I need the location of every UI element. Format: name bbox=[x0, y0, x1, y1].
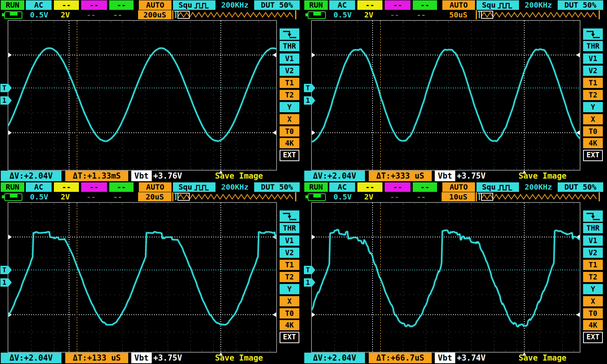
menu-slot-yellow[interactable]: -- bbox=[357, 182, 382, 192]
menu2-slot-magenta[interactable]: -- bbox=[386, 192, 403, 201]
sidebar-button-v2[interactable]: V2 bbox=[583, 248, 603, 258]
menu-slot-magenta[interactable]: -- bbox=[385, 182, 410, 192]
menu2-slot-green[interactable]: -- bbox=[413, 192, 429, 201]
sidebar-button-t2[interactable]: T2 bbox=[583, 90, 603, 100]
siggen-type-button[interactable]: Squ bbox=[476, 182, 519, 192]
sidebar-button-y[interactable]: Y bbox=[280, 284, 299, 294]
menu-slot-green[interactable]: -- bbox=[109, 0, 134, 10]
menu-slot-magenta[interactable]: -- bbox=[81, 0, 107, 10]
siggen-duty[interactable]: DUT 50% bbox=[558, 182, 603, 192]
sidebar-button-thr[interactable]: THR bbox=[583, 223, 603, 233]
trigger-mode-button[interactable]: AUTO bbox=[139, 0, 171, 10]
sidebar-button-v1[interactable]: V1 bbox=[280, 53, 299, 64]
trigger-mode-button[interactable]: AUTO bbox=[442, 182, 475, 192]
siggen-duty[interactable]: DUT 50% bbox=[254, 0, 300, 10]
sidebar-button-t0[interactable]: T0 bbox=[280, 126, 299, 136]
volts-per-div[interactable]: 0.5V bbox=[329, 10, 357, 19]
save-image-button[interactable]: Save Image bbox=[508, 353, 577, 363]
sidebar-button-t2[interactable]: T2 bbox=[280, 272, 299, 282]
sidebar-button-x[interactable]: X bbox=[280, 296, 299, 306]
sidebar-button-v2[interactable]: V2 bbox=[280, 66, 299, 76]
timebase[interactable]: 50uS bbox=[442, 10, 475, 19]
sidebar-button-4k[interactable]: 4K bbox=[583, 320, 603, 330]
menu-slot-magenta[interactable]: -- bbox=[385, 0, 410, 10]
run-state-button[interactable]: RUN bbox=[1, 182, 24, 192]
menu-slot-green[interactable]: -- bbox=[413, 0, 437, 10]
sidebar-button-thr[interactable]: THR bbox=[280, 223, 299, 233]
probe-attenuation[interactable]: 2V bbox=[57, 10, 74, 19]
sidebar-button-v2[interactable]: V2 bbox=[583, 66, 603, 76]
siggen-frequency[interactable]: 200KHz bbox=[217, 0, 253, 10]
probe-attenuation[interactable]: 2V bbox=[360, 192, 377, 201]
trigger-slope-button[interactable] bbox=[280, 28, 299, 40]
sidebar-button-y[interactable]: Y bbox=[280, 102, 299, 112]
menu-slot-green[interactable]: -- bbox=[109, 182, 134, 192]
volts-per-div[interactable]: 0.5V bbox=[25, 10, 53, 19]
menu2-slot-green[interactable]: -- bbox=[413, 10, 429, 19]
sidebar-button-ext[interactable]: EXT bbox=[583, 150, 603, 161]
sidebar-button-v1[interactable]: V1 bbox=[280, 235, 299, 246]
save-image-button[interactable]: Save Image bbox=[508, 171, 577, 181]
menu2-slot-magenta[interactable]: -- bbox=[83, 192, 99, 201]
sidebar-button-t0[interactable]: T0 bbox=[583, 126, 603, 136]
run-state-button[interactable]: RUN bbox=[304, 182, 328, 192]
sidebar-button-t0[interactable]: T0 bbox=[583, 308, 603, 318]
save-image-button[interactable]: Save Image bbox=[205, 353, 273, 363]
menu2-slot-green[interactable]: -- bbox=[109, 10, 126, 19]
sidebar-button-ext[interactable]: EXT bbox=[280, 150, 299, 161]
sidebar-button-t1[interactable]: T1 bbox=[583, 78, 603, 88]
timebase[interactable]: 20uS bbox=[138, 192, 171, 201]
timebase[interactable]: 200uS bbox=[138, 10, 171, 19]
sidebar-button-t2[interactable]: T2 bbox=[280, 90, 299, 100]
sidebar-button-t0[interactable]: T0 bbox=[280, 308, 299, 318]
trigger-slope-button[interactable] bbox=[280, 210, 299, 222]
siggen-type-button[interactable]: Squ bbox=[173, 182, 215, 192]
menu-slot-yellow[interactable]: -- bbox=[54, 0, 79, 10]
siggen-frequency[interactable]: 200KHz bbox=[217, 182, 253, 192]
save-image-button[interactable]: Save Image bbox=[205, 171, 273, 181]
volts-per-div[interactable]: 0.5V bbox=[25, 192, 53, 201]
sidebar-button-thr[interactable]: THR bbox=[583, 41, 603, 51]
sidebar-button-v2[interactable]: V2 bbox=[280, 248, 299, 258]
sidebar-button-t2[interactable]: T2 bbox=[583, 272, 603, 282]
coupling-mode-button[interactable]: AC bbox=[329, 182, 355, 192]
coupling-mode-button[interactable]: AC bbox=[26, 182, 52, 192]
menu-slot-green[interactable]: -- bbox=[413, 182, 437, 192]
trigger-slope-button[interactable] bbox=[583, 28, 603, 40]
menu-slot-yellow[interactable]: -- bbox=[357, 0, 382, 10]
coupling-mode-button[interactable]: AC bbox=[329, 0, 355, 10]
trigger-mode-button[interactable]: AUTO bbox=[139, 182, 171, 192]
menu2-slot-magenta[interactable]: -- bbox=[83, 10, 99, 19]
sidebar-button-t1[interactable]: T1 bbox=[280, 78, 299, 88]
menu-slot-magenta[interactable]: -- bbox=[81, 182, 107, 192]
siggen-type-button[interactable]: Squ bbox=[173, 0, 215, 10]
sidebar-button-t1[interactable]: T1 bbox=[280, 260, 299, 270]
trigger-mode-button[interactable]: AUTO bbox=[442, 0, 475, 10]
siggen-type-button[interactable]: Squ bbox=[476, 0, 519, 10]
siggen-duty[interactable]: DUT 50% bbox=[558, 0, 603, 10]
sidebar-button-y[interactable]: Y bbox=[583, 284, 603, 294]
siggen-frequency[interactable]: 200KHz bbox=[521, 0, 556, 10]
sidebar-button-ext[interactable]: EXT bbox=[583, 332, 603, 343]
run-state-button[interactable]: RUN bbox=[1, 0, 24, 10]
probe-attenuation[interactable]: 2V bbox=[57, 192, 74, 201]
sidebar-button-v1[interactable]: V1 bbox=[583, 235, 603, 246]
sidebar-button-4k[interactable]: 4K bbox=[280, 138, 299, 148]
sidebar-button-4k[interactable]: 4K bbox=[583, 138, 603, 148]
volts-per-div[interactable]: 0.5V bbox=[329, 192, 357, 201]
menu2-slot-green[interactable]: -- bbox=[109, 192, 126, 201]
timebase[interactable]: 10uS bbox=[442, 192, 475, 201]
trigger-slope-button[interactable] bbox=[583, 210, 603, 222]
menu2-slot-magenta[interactable]: -- bbox=[386, 10, 403, 19]
probe-attenuation[interactable]: 2V bbox=[360, 10, 377, 19]
siggen-duty[interactable]: DUT 50% bbox=[254, 182, 300, 192]
run-state-button[interactable]: RUN bbox=[304, 0, 328, 10]
sidebar-button-x[interactable]: X bbox=[583, 114, 603, 124]
sidebar-button-x[interactable]: X bbox=[280, 114, 299, 124]
sidebar-button-v1[interactable]: V1 bbox=[583, 53, 603, 64]
sidebar-button-y[interactable]: Y bbox=[583, 102, 603, 112]
sidebar-button-ext[interactable]: EXT bbox=[280, 332, 299, 343]
sidebar-button-t1[interactable]: T1 bbox=[583, 260, 603, 270]
menu-slot-yellow[interactable]: -- bbox=[54, 182, 79, 192]
siggen-frequency[interactable]: 200KHz bbox=[521, 182, 556, 192]
